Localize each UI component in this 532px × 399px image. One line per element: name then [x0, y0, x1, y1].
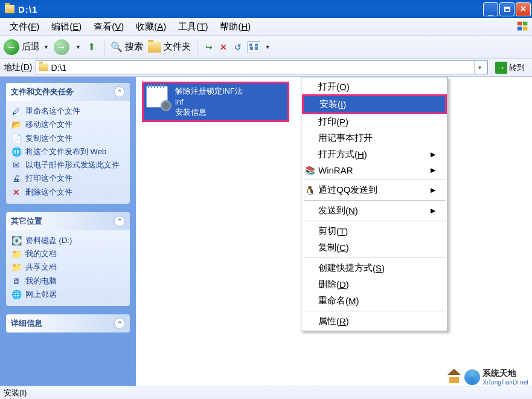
places-panel-body: 💽资料磁盘 (D:) 📁我的文档 📁共享文档 🖥我的电脑 🌐网上邻居: [6, 230, 130, 306]
mail-icon: ✉: [11, 160, 22, 170]
views-dropdown-icon[interactable]: ▼: [265, 44, 271, 50]
home-icon: [447, 371, 462, 383]
gear-icon: [161, 100, 171, 111]
ctx-notepad[interactable]: 用记事本打开: [303, 130, 446, 146]
place-mydocs[interactable]: 📁我的文档: [10, 247, 126, 261]
ctx-install[interactable]: 安装(I): [302, 94, 447, 114]
ctx-send-to[interactable]: 发送到(N)▶: [303, 203, 446, 219]
menu-view[interactable]: 查看(V): [88, 19, 130, 34]
go-button[interactable]: → 转到: [492, 62, 528, 74]
window-buttons: _ ×: [483, 2, 531, 16]
ctx-open-with[interactable]: 打开方式(H)▶: [303, 146, 446, 163]
back-button[interactable]: ← 后退 ▼: [4, 39, 49, 55]
back-dropdown-icon[interactable]: ▼: [43, 44, 49, 50]
back-icon: ←: [4, 39, 19, 55]
places-panel: 其它位置 ⌃ 💽资料磁盘 (D:) 📁我的文档 📁共享文档 🖥我的电脑 🌐网上邻…: [6, 212, 130, 306]
task-publish[interactable]: 🌐将这个文件发布到 Web: [10, 145, 126, 158]
title-bar: D:\1 _ ×: [0, 0, 532, 18]
places-panel-header[interactable]: 其它位置 ⌃: [6, 212, 130, 230]
ctx-rename[interactable]: 重命名(M): [303, 293, 446, 309]
minimize-button[interactable]: _: [483, 2, 498, 16]
svg-rect-2: [518, 27, 522, 30]
submenu-arrow-icon: ▶: [431, 186, 435, 194]
folders-button[interactable]: 文件夹: [148, 41, 191, 53]
file-label: 解除注册锁定INF法 inf 安装信息: [175, 86, 243, 118]
status-text: 安装(I): [4, 388, 27, 398]
menu-separator: [304, 180, 445, 180]
toolbar-separator: [197, 39, 197, 55]
folder-icon: [148, 42, 161, 53]
forward-button[interactable]: →: [54, 39, 69, 55]
ctx-open[interactable]: 打开(O): [303, 79, 446, 95]
menu-tools[interactable]: 工具(T): [172, 19, 214, 34]
up-button[interactable]: ⬆: [86, 41, 98, 53]
menu-separator: [304, 258, 445, 258]
menu-help[interactable]: 帮助(H): [214, 19, 257, 34]
chevron-up-icon: ⌃: [114, 216, 125, 227]
menu-edit[interactable]: 编辑(E): [45, 19, 88, 34]
ctx-winrar[interactable]: 📚WinRAR▶: [303, 163, 446, 178]
windows-flag-icon: [516, 20, 530, 33]
undo-icon[interactable]: ↺: [232, 42, 243, 53]
submenu-arrow-icon: ▶: [431, 151, 435, 158]
task-rename[interactable]: 🖊重命名这个文件: [10, 105, 126, 118]
delete-icon: ✕: [11, 187, 22, 197]
menu-separator: [304, 200, 445, 201]
file-item-selected[interactable]: 解除注册锁定INF法 inf 安装信息: [142, 82, 289, 122]
close-button[interactable]: ×: [516, 2, 531, 16]
drive-icon: 💽: [11, 236, 22, 245]
menu-favorites[interactable]: 收藏(A): [130, 19, 172, 34]
context-menu: 打开(O) 安装(I) 打印(P) 用记事本打开 打开方式(H)▶ 📚WinRA…: [301, 77, 448, 331]
maximize-button[interactable]: [499, 2, 514, 16]
views-button[interactable]: [247, 41, 260, 53]
toolbar-small-icons: ↪ ✕ ↺ ▼: [204, 41, 271, 53]
qq-icon: 🐧: [304, 185, 315, 196]
details-panel-header[interactable]: 详细信息 ⌃: [6, 314, 130, 332]
address-dropdown-icon[interactable]: ▾: [474, 61, 485, 74]
menu-file[interactable]: 文件(F): [4, 19, 45, 34]
address-label: 地址(D): [4, 62, 32, 73]
task-delete[interactable]: ✕删除这个文件: [10, 186, 126, 199]
tasks-panel: 文件和文件夹任务 ⌃ 🖊重命名这个文件 📂移动这个文件 📄复制这个文件 🌐将这个…: [6, 83, 130, 204]
copy-icon: 📄: [11, 134, 22, 143]
task-copy[interactable]: 📄复制这个文件: [10, 132, 126, 145]
ctx-cut[interactable]: 剪切(T): [303, 223, 446, 239]
tasks-panel-body: 🖊重命名这个文件 📂移动这个文件 📄复制这个文件 🌐将这个文件发布到 Web ✉…: [6, 101, 130, 204]
search-button[interactable]: 🔍 搜索: [111, 41, 143, 53]
place-shared[interactable]: 📁共享文档: [10, 261, 126, 274]
place-network[interactable]: 🌐网上邻居: [10, 288, 126, 301]
toolbar: ← 后退 ▼ → ▼ ⬆ 🔍 搜索 文件夹 ↪ ✕ ↺ ▼: [0, 36, 532, 59]
task-print[interactable]: 🖨打印这个文件: [10, 172, 126, 185]
submenu-arrow-icon: ▶: [431, 166, 435, 174]
ctx-print[interactable]: 打印(P): [303, 114, 446, 130]
forward-dropdown-icon[interactable]: ▼: [75, 44, 81, 50]
ctx-copy[interactable]: 复制(C): [303, 239, 446, 256]
toolbar-separator: [104, 39, 104, 55]
go-icon: →: [495, 62, 507, 74]
ctx-qq-send[interactable]: 🐧通过QQ发送到▶: [303, 182, 446, 198]
ctx-delete[interactable]: 删除(D): [303, 276, 446, 293]
delete-icon[interactable]: ✕: [218, 42, 229, 53]
file-list-area[interactable]: 解除注册锁定INF法 inf 安装信息 打开(O) 安装(I) 打印(P) 用记…: [136, 77, 532, 386]
folder-icon: 📁: [11, 262, 22, 272]
search-icon: 🔍: [111, 41, 123, 53]
network-icon: 🌐: [11, 290, 22, 299]
ctx-properties[interactable]: 属性(R): [303, 313, 446, 329]
place-mycomputer[interactable]: 🖥我的电脑: [10, 274, 126, 288]
svg-rect-0: [518, 22, 522, 25]
move-to-icon[interactable]: ↪: [204, 42, 214, 53]
ctx-shortcut[interactable]: 创建快捷方式(S): [303, 260, 446, 276]
task-move[interactable]: 📂移动这个文件: [10, 118, 126, 131]
place-drive[interactable]: 💽资料磁盘 (D:): [10, 234, 126, 247]
inf-file-icon: [146, 86, 170, 110]
computer-icon: 🖥: [11, 276, 22, 286]
folder-icon: [39, 63, 48, 71]
status-bar: 安装(I): [0, 386, 532, 399]
chevron-up-icon: ⌃: [114, 318, 125, 329]
svg-rect-3: [523, 27, 527, 30]
task-email[interactable]: ✉以电子邮件形式发送此文件: [10, 158, 126, 172]
address-input[interactable]: D:\1 ▾: [36, 60, 488, 74]
move-icon: 📂: [11, 120, 22, 129]
tasks-panel-header[interactable]: 文件和文件夹任务 ⌃: [6, 83, 130, 101]
back-label: 后退: [22, 41, 40, 53]
